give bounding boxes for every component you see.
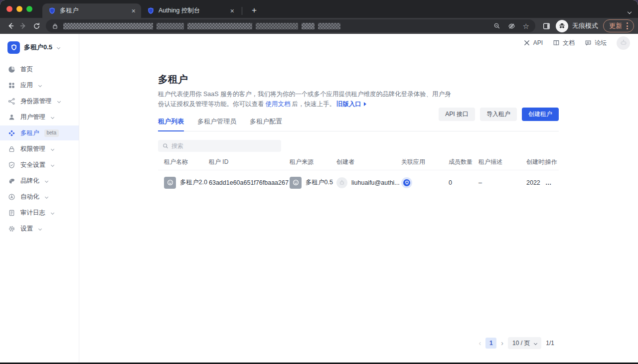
- table-row[interactable]: 多租户2.0 63add1e60a651f76fbaaa267 多租户0.5 l: [158, 170, 559, 195]
- browser-tab-active[interactable]: 多租户 ×: [42, 3, 141, 18]
- tab-divider: [242, 7, 242, 15]
- sidebar-item-user-management[interactable]: 用户管理: [0, 110, 79, 124]
- sidebar-item-label: 审计日志: [20, 209, 45, 217]
- minimize-window-button[interactable]: [16, 6, 22, 12]
- docs-inline-link[interactable]: 使用文档: [266, 101, 291, 108]
- close-window-button[interactable]: [6, 6, 12, 12]
- sidebar-item-branding[interactable]: 品牌化: [0, 173, 79, 188]
- sidebar-item-automation[interactable]: 自动化: [0, 189, 79, 204]
- col-created-at: 创建时间: [526, 158, 545, 166]
- tenant-flower-icon: [8, 129, 15, 137]
- user-avatar[interactable]: [617, 36, 630, 50]
- page-size-select[interactable]: 10 / 页: [508, 337, 541, 349]
- import-tenant-button[interactable]: 导入租户: [480, 108, 517, 121]
- prev-page-button[interactable]: ‹: [479, 340, 481, 347]
- sidebar-item-settings[interactable]: 设置: [0, 221, 79, 236]
- api-tools-icon: [523, 39, 530, 46]
- cell-linked-apps: [401, 177, 449, 188]
- cell-created-at: 2022: [526, 179, 545, 186]
- sidebar-item-identity-sources[interactable]: 身份源管理: [0, 94, 79, 109]
- chevron-down-icon: [38, 227, 42, 230]
- tenant-source-text: 多租户0.5: [306, 178, 333, 187]
- page-size-value: 10 / 页: [512, 339, 530, 348]
- window-controls: [6, 6, 32, 12]
- legacy-entry-link[interactable]: 旧版入口: [336, 101, 361, 108]
- chevron-down-icon: [44, 195, 48, 198]
- back-button[interactable]: [4, 19, 17, 32]
- docs-link[interactable]: 文档: [553, 39, 575, 47]
- creator-email-text: liuhuaifu@authi...: [351, 179, 400, 186]
- tab-close-icon[interactable]: ×: [130, 7, 137, 15]
- incognito-badge: 无痕模式: [556, 20, 598, 32]
- tab-close-icon[interactable]: ×: [229, 7, 236, 15]
- sidebar-item-permissions[interactable]: 权限管理: [0, 141, 79, 156]
- incognito-icon: [556, 20, 568, 32]
- audit-log-icon: [8, 209, 15, 217]
- browser-window: 多租户 × Authing 控制台 × +: [0, 0, 638, 364]
- sidebar-item-security-settings[interactable]: 安全设置: [0, 157, 79, 172]
- tab-tenant-admins[interactable]: 多租户管理员: [197, 117, 236, 131]
- tenant-name-text: 多租户2.0: [180, 178, 207, 187]
- page-title: 多租户: [158, 73, 559, 86]
- tab-tenant-config[interactable]: 多租户配置: [250, 117, 282, 131]
- update-label: 更新: [609, 21, 622, 30]
- search-box[interactable]: [158, 140, 281, 152]
- next-page-button[interactable]: ›: [501, 340, 503, 347]
- lock-icon: [8, 145, 15, 153]
- new-tab-button[interactable]: +: [248, 5, 260, 15]
- workspace-name: 多租户0.5: [24, 43, 52, 52]
- api-interface-button[interactable]: API 接口: [439, 108, 475, 121]
- creator-avatar: [336, 177, 347, 188]
- bookmark-star-icon[interactable]: ☆: [523, 22, 529, 30]
- col-creator: 创建者: [336, 158, 401, 166]
- redacted-url: [63, 23, 493, 29]
- description-text: 后，快速上手。: [292, 101, 336, 108]
- sidebar-item-apps[interactable]: 应用: [0, 78, 79, 93]
- fullscreen-window-button[interactable]: [26, 6, 32, 12]
- browser-toolbar: ☆ 无痕模式 更新: [0, 18, 638, 34]
- header-actions: API 接口 导入租户 创建租户: [439, 108, 559, 121]
- linked-app-badge[interactable]: [401, 177, 412, 188]
- tab-search-chevron-icon[interactable]: [628, 6, 631, 15]
- workspace-switcher[interactable]: 多租户0.5: [0, 41, 79, 54]
- search-input[interactable]: [171, 142, 277, 149]
- chevron-down-icon: [44, 179, 48, 182]
- eye-off-icon[interactable]: [508, 22, 515, 30]
- sidebar-item-audit-logs[interactable]: 审计日志: [0, 205, 79, 220]
- side-panel-icon[interactable]: [542, 22, 551, 30]
- update-menu-button[interactable]: 更新: [603, 19, 634, 32]
- forum-link[interactable]: 论坛: [585, 39, 607, 47]
- zoom-icon[interactable]: [493, 22, 500, 29]
- address-bar[interactable]: ☆: [46, 19, 535, 32]
- book-icon: [553, 39, 560, 46]
- sidebar: 多租户0.5 首页 应用 身份源管理: [0, 34, 79, 363]
- api-link-label: API: [533, 39, 543, 46]
- kebab-menu-icon[interactable]: [627, 22, 628, 29]
- incognito-label: 无痕模式: [572, 21, 598, 30]
- apps-grid-icon: [8, 82, 15, 89]
- chevron-down-icon: [57, 99, 60, 103]
- sidebar-item-label: 首页: [20, 65, 33, 74]
- forward-button[interactable]: [17, 19, 30, 32]
- chevron-down-icon: [51, 115, 54, 119]
- sidebar-item-label: 品牌化: [20, 177, 39, 185]
- current-page-button[interactable]: 1: [485, 338, 496, 349]
- sidebar-item-multi-tenant[interactable]: 多租户 beta: [0, 125, 79, 140]
- create-tenant-button[interactable]: 创建租户: [522, 108, 559, 121]
- api-link[interactable]: API: [523, 39, 543, 46]
- chevron-down-icon: [51, 163, 54, 166]
- sidebar-item-label: 身份源管理: [20, 97, 52, 106]
- forum-link-label: 论坛: [595, 39, 607, 47]
- authing-shield-favicon: [147, 7, 155, 14]
- chevron-down-icon: [57, 45, 60, 49]
- gear-icon: [8, 225, 15, 233]
- pagination: ‹ 1 › 10 / 页 1/1: [479, 337, 554, 349]
- home-pie-icon: [8, 66, 15, 73]
- browser-tab-inactive[interactable]: Authing 控制台 ×: [141, 3, 240, 18]
- user-icon: [8, 114, 15, 121]
- row-actions-menu[interactable]: …: [545, 179, 559, 186]
- sidebar-item-home[interactable]: 首页: [0, 62, 79, 77]
- tab-strip: 多租户 × Authing 控制台 × +: [0, 0, 638, 18]
- tab-tenant-list[interactable]: 租户列表: [158, 117, 184, 131]
- reload-button[interactable]: [30, 19, 43, 32]
